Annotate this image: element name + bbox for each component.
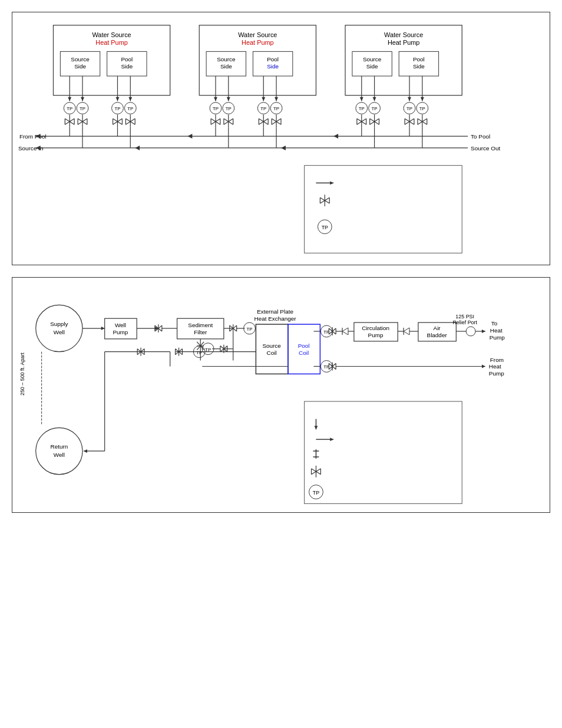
svg-text:TP: TP — [213, 106, 219, 111]
svg-marker-134 — [281, 146, 286, 150]
return-well-label1: Return — [51, 443, 68, 450]
svg-text:TP: TP — [196, 350, 202, 355]
to-heat-pump-label3: Pump — [490, 334, 505, 341]
from-heat-pump-label1: From — [490, 357, 504, 363]
svg-text:TP: TP — [67, 106, 72, 111]
svg-marker-34 — [275, 97, 278, 101]
apart-label: 250 – 500 ft. Apart — [19, 353, 25, 396]
diagrams-container: Water Source Heat Pump Source Side Pool … — [12, 12, 550, 513]
svg-text:TP: TP — [80, 106, 85, 111]
svg-text:TP: TP — [419, 106, 425, 111]
svg-point-215 — [466, 327, 475, 336]
diagram1-svg: Water Source Heat Pump Source Side Pool … — [18, 18, 544, 266]
to-pool-label: To Pool — [471, 133, 490, 140]
source-coil-label1: Source — [262, 342, 281, 349]
svg-marker-24 — [116, 97, 120, 101]
circulation-pump-label1: Circulation — [362, 325, 389, 331]
svg-text:TP: TP — [322, 225, 328, 230]
sediment-filter-label1: Sediment — [188, 322, 213, 328]
svg-marker-211 — [404, 328, 409, 335]
svg-marker-218 — [482, 330, 485, 333]
svg-marker-28 — [214, 97, 217, 101]
svg-marker-32 — [262, 97, 265, 101]
svg-marker-159 — [101, 327, 105, 330]
well-pump-label2: Pump — [113, 329, 128, 335]
svg-text:Side: Side — [366, 63, 378, 70]
svg-text:Side: Side — [74, 63, 86, 70]
svg-rect-147 — [305, 166, 462, 253]
to-heat-pump-label1: To — [491, 320, 498, 327]
unit3-label2: Heat Pump — [388, 39, 419, 46]
unit1-label2: Heat Pump — [95, 39, 127, 46]
diagram2-svg: Supply Well Well Pump Sediment Filter — [18, 284, 544, 513]
svg-text:Side: Side — [121, 63, 133, 70]
air-bladder-label1: Air — [434, 325, 441, 331]
unit2-label2: Heat Pump — [242, 39, 273, 46]
external-plate-label1: External Plate — [257, 308, 293, 315]
supply-well-label1: Supply — [50, 321, 68, 327]
svg-text:TP: TP — [273, 106, 279, 111]
source-out-label: Source Out — [471, 145, 500, 151]
supply-well-label2: Well — [54, 329, 65, 335]
well-pump-label1: Well — [115, 322, 126, 328]
svg-text:Relief Port: Relief Port — [452, 319, 477, 325]
svg-marker-20 — [68, 97, 71, 101]
svg-rect-251 — [305, 401, 462, 503]
svg-text:Pool: Pool — [267, 56, 279, 62]
svg-text:Side: Side — [220, 63, 232, 70]
svg-text:TP: TP — [127, 106, 133, 111]
svg-marker-26 — [128, 97, 132, 101]
pool-coil-label2: Coil — [299, 350, 309, 356]
svg-marker-130 — [333, 134, 338, 139]
diagram1: Water Source Heat Pump Source Side Pool … — [12, 12, 550, 265]
svg-marker-129 — [187, 134, 192, 139]
svg-marker-36 — [360, 97, 363, 101]
sediment-filter-label2: Filter — [194, 329, 207, 335]
to-heat-pump-label2: Heat — [490, 327, 503, 334]
svg-marker-253 — [314, 426, 318, 430]
svg-text:Source: Source — [217, 56, 236, 62]
svg-marker-40 — [408, 97, 411, 101]
svg-marker-22 — [81, 97, 84, 101]
svg-text:TP: TP — [226, 106, 232, 111]
svg-text:TP: TP — [372, 106, 378, 111]
svg-text:TP: TP — [406, 106, 412, 111]
svg-marker-30 — [227, 97, 230, 101]
from-heat-pump-label3: Pump — [489, 370, 504, 377]
air-bladder-label2: Bladder — [427, 332, 448, 338]
svg-marker-206 — [342, 328, 348, 335]
svg-marker-255 — [330, 437, 333, 441]
svg-text:TP: TP — [260, 106, 266, 111]
svg-marker-133 — [135, 146, 140, 150]
svg-marker-228 — [482, 365, 485, 368]
svg-text:TP: TP — [114, 106, 120, 111]
external-plate-label2: Heat Exchanger — [254, 315, 297, 322]
svg-marker-42 — [421, 97, 424, 101]
unit1-pool-label: Pool — [121, 56, 133, 62]
svg-text:TP: TP — [246, 327, 252, 332]
unit3-label1: Water Source — [384, 31, 423, 38]
circulation-pump-label2: Pump — [368, 332, 384, 338]
svg-marker-149 — [330, 181, 333, 185]
svg-text:Pool: Pool — [413, 56, 425, 62]
source-coil-label2: Coil — [267, 350, 277, 356]
psi-label: 125 PSI — [455, 314, 474, 319]
unit2-label1: Water Source — [238, 31, 277, 38]
svg-text:TP: TP — [313, 490, 319, 496]
from-pool-label: From Pool — [19, 133, 47, 140]
pool-coil-label1: Pool — [298, 342, 310, 349]
return-well-label2: Well — [54, 452, 65, 458]
unit1-label1: Water Source — [92, 31, 131, 38]
svg-text:Side: Side — [267, 63, 279, 70]
svg-marker-38 — [373, 97, 376, 101]
svg-text:Side: Side — [413, 63, 425, 70]
unit1-source-label: Source — [71, 56, 90, 62]
svg-marker-232 — [84, 449, 87, 453]
from-heat-pump-label2: Heat — [489, 363, 501, 370]
svg-text:Source: Source — [363, 56, 382, 62]
diagram2: Supply Well Well Pump Sediment Filter — [12, 277, 550, 513]
svg-text:TP: TP — [359, 106, 365, 111]
